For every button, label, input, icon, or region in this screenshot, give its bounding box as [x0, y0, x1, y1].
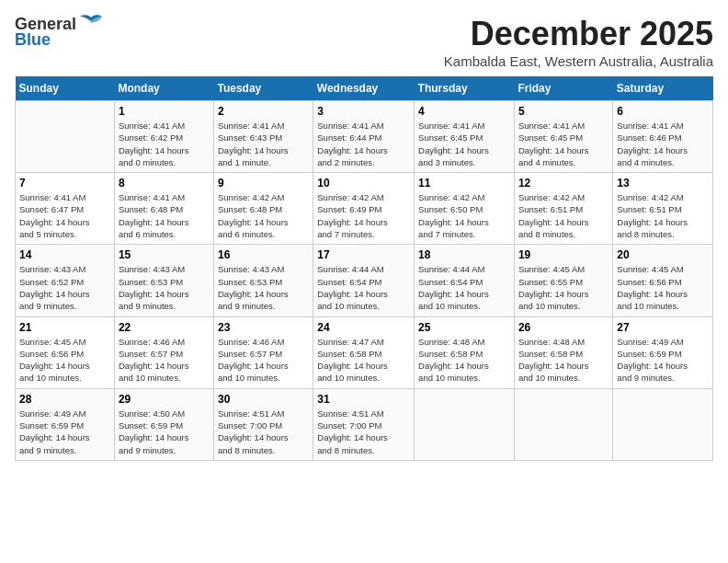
table-row: 2Sunrise: 4:41 AM Sunset: 6:43 PM Daylig…: [214, 101, 313, 173]
calendar-week-row: 14Sunrise: 4:43 AM Sunset: 6:52 PM Dayli…: [16, 245, 713, 316]
logo-bird-icon: [78, 14, 104, 32]
day-detail: Sunrise: 4:41 AM Sunset: 6:48 PM Dayligh…: [119, 191, 210, 240]
day-number: 18: [418, 248, 510, 261]
day-number: 1: [119, 105, 210, 118]
day-detail: Sunrise: 4:41 AM Sunset: 6:46 PM Dayligh…: [617, 120, 709, 168]
day-number: 27: [617, 321, 709, 334]
day-detail: Sunrise: 4:42 AM Sunset: 6:49 PM Dayligh…: [317, 191, 410, 240]
day-detail: Sunrise: 4:51 AM Sunset: 7:00 PM Dayligh…: [218, 408, 309, 456]
table-row: 27Sunrise: 4:49 AM Sunset: 6:59 PM Dayli…: [613, 316, 713, 388]
day-number: 7: [19, 177, 110, 190]
day-detail: Sunrise: 4:48 AM Sunset: 6:58 PM Dayligh…: [418, 336, 510, 385]
table-row: 3Sunrise: 4:41 AM Sunset: 6:44 PM Daylig…: [313, 101, 415, 173]
day-detail: Sunrise: 4:41 AM Sunset: 6:43 PM Dayligh…: [218, 120, 309, 168]
table-row: [16, 101, 115, 173]
day-detail: Sunrise: 4:43 AM Sunset: 6:53 PM Dayligh…: [218, 263, 309, 312]
table-row: [613, 388, 713, 460]
day-number: 19: [518, 248, 609, 261]
calendar-week-row: 28Sunrise: 4:49 AM Sunset: 6:59 PM Dayli…: [16, 388, 713, 460]
day-detail: Sunrise: 4:50 AM Sunset: 6:59 PM Dayligh…: [119, 408, 210, 456]
header-sunday: Sunday: [16, 76, 115, 101]
month-title: December 2025: [444, 15, 713, 53]
day-detail: Sunrise: 4:41 AM Sunset: 6:42 PM Dayligh…: [119, 120, 210, 168]
location-subtitle: Kambalda East, Western Australia, Austra…: [444, 53, 713, 69]
day-number: 14: [19, 248, 110, 261]
table-row: [415, 388, 515, 460]
day-number: 10: [317, 177, 410, 190]
day-number: 20: [617, 248, 709, 261]
day-number: 5: [518, 105, 609, 118]
table-row: 12Sunrise: 4:42 AM Sunset: 6:51 PM Dayli…: [514, 173, 612, 245]
day-number: 12: [518, 177, 609, 190]
logo: General Blue: [15, 15, 104, 50]
day-detail: Sunrise: 4:49 AM Sunset: 6:59 PM Dayligh…: [19, 408, 110, 456]
day-number: 23: [218, 321, 309, 334]
table-row: 21Sunrise: 4:45 AM Sunset: 6:56 PM Dayli…: [16, 316, 115, 388]
day-number: 2: [218, 105, 309, 118]
day-number: 17: [317, 248, 410, 261]
logo-blue-text: Blue: [15, 30, 51, 50]
table-row: 13Sunrise: 4:42 AM Sunset: 6:51 PM Dayli…: [613, 173, 713, 245]
header-friday: Friday: [514, 76, 612, 101]
header-saturday: Saturday: [613, 76, 713, 101]
table-row: 19Sunrise: 4:45 AM Sunset: 6:55 PM Dayli…: [514, 245, 612, 316]
day-number: 29: [119, 393, 210, 406]
table-row: 25Sunrise: 4:48 AM Sunset: 6:58 PM Dayli…: [415, 316, 515, 388]
day-detail: Sunrise: 4:44 AM Sunset: 6:54 PM Dayligh…: [418, 263, 510, 312]
table-row: 29Sunrise: 4:50 AM Sunset: 6:59 PM Dayli…: [114, 388, 213, 460]
table-row: 24Sunrise: 4:47 AM Sunset: 6:58 PM Dayli…: [313, 316, 415, 388]
table-row: 14Sunrise: 4:43 AM Sunset: 6:52 PM Dayli…: [16, 245, 115, 316]
header-wednesday: Wednesday: [313, 76, 415, 101]
day-number: 24: [317, 321, 410, 334]
table-row: [514, 388, 612, 460]
day-detail: Sunrise: 4:42 AM Sunset: 6:48 PM Dayligh…: [218, 191, 309, 240]
page-header: General Blue December 2025 Kambalda East…: [15, 15, 713, 69]
day-detail: Sunrise: 4:42 AM Sunset: 6:51 PM Dayligh…: [518, 191, 609, 240]
day-detail: Sunrise: 4:42 AM Sunset: 6:50 PM Dayligh…: [418, 191, 510, 240]
day-number: 15: [119, 248, 210, 261]
table-row: 31Sunrise: 4:51 AM Sunset: 7:00 PM Dayli…: [313, 388, 415, 460]
day-number: 8: [119, 177, 210, 190]
day-detail: Sunrise: 4:49 AM Sunset: 6:59 PM Dayligh…: [617, 336, 709, 385]
day-number: 3: [317, 105, 410, 118]
table-row: 15Sunrise: 4:43 AM Sunset: 6:53 PM Dayli…: [114, 245, 213, 316]
table-row: 8Sunrise: 4:41 AM Sunset: 6:48 PM Daylig…: [114, 173, 213, 245]
table-row: 17Sunrise: 4:44 AM Sunset: 6:54 PM Dayli…: [313, 245, 415, 316]
day-detail: Sunrise: 4:41 AM Sunset: 6:45 PM Dayligh…: [518, 120, 609, 168]
calendar-week-row: 21Sunrise: 4:45 AM Sunset: 6:56 PM Dayli…: [16, 316, 713, 388]
header-thursday: Thursday: [415, 76, 515, 101]
day-detail: Sunrise: 4:42 AM Sunset: 6:51 PM Dayligh…: [617, 191, 709, 240]
weekday-header-row: Sunday Monday Tuesday Wednesday Thursday…: [16, 76, 713, 101]
table-row: 23Sunrise: 4:46 AM Sunset: 6:57 PM Dayli…: [214, 316, 313, 388]
day-detail: Sunrise: 4:43 AM Sunset: 6:53 PM Dayligh…: [119, 263, 210, 312]
day-number: 26: [518, 321, 609, 334]
day-number: 9: [218, 177, 309, 190]
table-row: 22Sunrise: 4:46 AM Sunset: 6:57 PM Dayli…: [114, 316, 213, 388]
day-detail: Sunrise: 4:41 AM Sunset: 6:45 PM Dayligh…: [418, 120, 510, 168]
day-detail: Sunrise: 4:45 AM Sunset: 6:55 PM Dayligh…: [518, 263, 609, 312]
table-row: 6Sunrise: 4:41 AM Sunset: 6:46 PM Daylig…: [613, 101, 713, 173]
table-row: 4Sunrise: 4:41 AM Sunset: 6:45 PM Daylig…: [415, 101, 515, 173]
day-detail: Sunrise: 4:45 AM Sunset: 6:56 PM Dayligh…: [617, 263, 709, 312]
table-row: 26Sunrise: 4:48 AM Sunset: 6:58 PM Dayli…: [514, 316, 612, 388]
calendar-table: Sunday Monday Tuesday Wednesday Thursday…: [15, 76, 713, 461]
day-number: 13: [617, 177, 709, 190]
table-row: 9Sunrise: 4:42 AM Sunset: 6:48 PM Daylig…: [214, 173, 313, 245]
table-row: 10Sunrise: 4:42 AM Sunset: 6:49 PM Dayli…: [313, 173, 415, 245]
day-detail: Sunrise: 4:51 AM Sunset: 7:00 PM Dayligh…: [317, 408, 410, 456]
table-row: 11Sunrise: 4:42 AM Sunset: 6:50 PM Dayli…: [415, 173, 515, 245]
header-monday: Monday: [114, 76, 213, 101]
day-number: 6: [617, 105, 709, 118]
table-row: 18Sunrise: 4:44 AM Sunset: 6:54 PM Dayli…: [415, 245, 515, 316]
table-row: 1Sunrise: 4:41 AM Sunset: 6:42 PM Daylig…: [114, 101, 213, 173]
title-area: December 2025 Kambalda East, Western Aus…: [444, 15, 713, 69]
day-detail: Sunrise: 4:45 AM Sunset: 6:56 PM Dayligh…: [19, 336, 110, 385]
calendar-week-row: 1Sunrise: 4:41 AM Sunset: 6:42 PM Daylig…: [16, 101, 713, 173]
day-number: 28: [19, 393, 110, 406]
day-detail: Sunrise: 4:48 AM Sunset: 6:58 PM Dayligh…: [518, 336, 609, 385]
day-number: 22: [119, 321, 210, 334]
day-number: 31: [317, 393, 410, 406]
table-row: 7Sunrise: 4:41 AM Sunset: 6:47 PM Daylig…: [16, 173, 115, 245]
table-row: 30Sunrise: 4:51 AM Sunset: 7:00 PM Dayli…: [214, 388, 313, 460]
table-row: 20Sunrise: 4:45 AM Sunset: 6:56 PM Dayli…: [613, 245, 713, 316]
